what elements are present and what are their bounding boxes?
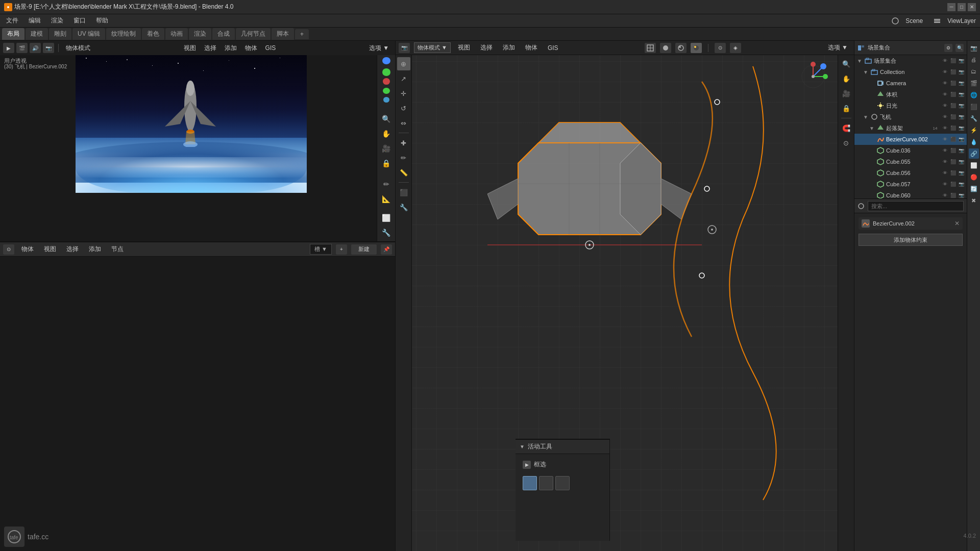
lock-btn[interactable]: 🔒 [379,157,394,170]
camera-vp-add[interactable]: 添加 [222,43,240,54]
tab-modeling[interactable]: 建模 [26,28,48,40]
main-vp-view[interactable]: 视图 [455,42,473,53]
lg-vis[interactable]: 👁 [941,124,948,132]
sun-render[interactable]: 📷 [958,102,965,109]
timeline-nodes[interactable]: 节点 [108,244,127,255]
camera-options[interactable]: 选项 ▼ [366,43,392,54]
render-props-btn[interactable]: 📷 [969,43,979,53]
outliner-item-cube055[interactable]: ▶ Cube.055 👁 ⬛ 📷 [854,156,967,167]
select-tool-btn[interactable]: ↗ [397,72,410,85]
menu-item-file[interactable]: 文件 [4,15,20,26]
camera-vp-view[interactable]: 视图 [181,43,199,54]
new-material-btn[interactable]: 新建 [351,244,377,255]
c036-vis[interactable]: 👁 [941,147,948,154]
menu-item-edit[interactable]: 编辑 [27,15,43,26]
tab-compositing[interactable]: 合成 [212,28,235,40]
extra-tool[interactable]: 🔧 [397,201,410,214]
camera-vp-mode[interactable]: 物体模式 [63,43,93,54]
tool-thumb-2[interactable] [539,476,553,490]
c056-render[interactable]: 📷 [958,169,965,177]
main-mode-btn[interactable]: 📷 [399,43,410,53]
timeline-object-mode[interactable]: 物体 [18,244,37,255]
maximize-button[interactable]: □ [958,3,966,11]
vol-vis[interactable]: 👁 [941,91,948,98]
c055-hide[interactable]: ⬛ [949,158,957,165]
close-button[interactable]: ✕ [968,3,976,11]
scene-col-vis[interactable]: 👁 [941,57,948,64]
extra-props-btn1[interactable]: 🔄 [969,184,979,194]
timeline-mode-btn[interactable]: ⊙ [3,244,14,255]
measure-tool[interactable]: 📏 [397,166,410,179]
c055-render[interactable]: 📷 [958,158,965,165]
tab-render[interactable]: 渲染 [189,28,211,40]
object-data-props-btn[interactable]: ⬜ [969,160,979,170]
c057-hide[interactable]: ⬛ [949,181,957,188]
rotate-tool[interactable]: ↺ [397,102,410,115]
physics-props-btn[interactable]: 💧 [969,137,979,147]
col-hide[interactable]: ⬛ [949,68,957,76]
annotate-tool[interactable]: ✏ [397,151,410,164]
camera-mode-btn[interactable]: ▶ [3,43,14,53]
main-viewport-options[interactable]: 选项 ▼ [825,42,851,53]
tab-scripting[interactable]: 脚本 [272,28,294,40]
timeline-view[interactable]: 视图 [41,244,59,255]
vol-render[interactable]: 📷 [958,91,965,98]
timeline-select[interactable]: 选择 [63,244,82,255]
pan-btn[interactable]: ✋ [379,127,394,140]
tab-texture-paint[interactable]: 纹理绘制 [106,28,141,40]
tool-thumb-1[interactable] [523,476,537,490]
plane-vis[interactable]: 👁 [941,113,948,120]
tab-sculpt[interactable]: 雕刻 [49,28,71,40]
close-prop-btn[interactable]: ✕ [954,220,960,227]
particles-props-btn[interactable]: ⚡ [969,125,979,135]
tab-layout[interactable]: 布局 [2,28,24,40]
camera-vp-select[interactable]: 选择 [201,43,219,54]
tab-uv[interactable]: UV 编辑 [72,28,105,40]
plane-hide[interactable]: ⬛ [949,113,957,120]
sun-hide[interactable]: ⬛ [949,102,957,109]
bez-render[interactable]: 📷 [958,136,965,143]
main-vp-select[interactable]: 选择 [477,42,496,53]
pin-btn[interactable]: 📌 [381,244,392,255]
extra-props-btn2[interactable]: ✖ [969,195,979,206]
c056-vis[interactable]: 👁 [941,169,948,177]
move-tool[interactable]: ✛ [397,87,410,100]
measure-btn[interactable]: 📐 [379,193,394,206]
outliner-item-volume[interactable]: ▶ 体积 👁 ⬛ 📷 [854,89,967,100]
cursor-btn[interactable]: ✏ [379,178,394,190]
zoom-btn[interactable]: 🔍 [379,112,394,125]
cam-hide[interactable]: ⬛ [949,80,957,87]
camera-view-btn[interactable]: 🎥 [379,142,394,155]
camera-render-btn[interactable]: 🎬 [16,43,28,53]
main-vp-add[interactable]: 添加 [500,42,518,53]
outliner-item-cube060[interactable]: ▶ Cube.060 👁 ⬛ 📷 [854,190,967,199]
wireframe-btn[interactable] [645,43,656,53]
lock-view-btn[interactable]: 🔒 [840,102,853,115]
pan-view-btn[interactable]: ✋ [840,72,853,85]
c057-vis[interactable]: 👁 [941,181,948,188]
tab-add[interactable]: + [295,29,309,39]
vol-hide[interactable]: ⬛ [949,91,957,98]
menu-item-render[interactable]: 渲染 [49,15,65,26]
camera-audio-btn[interactable]: 🔊 [30,43,41,53]
cam-vis[interactable]: 👁 [941,80,948,87]
c056-hide[interactable]: ⬛ [949,169,957,177]
snap-btn[interactable]: 🧲 [840,121,853,135]
outliner-item-scene-collection[interactable]: ▼ 场景集合 👁 ⬛ 📷 [854,55,967,66]
xray-toggle[interactable]: ◈ [730,43,741,53]
scene-props-btn[interactable]: 🎬 [969,78,979,88]
outliner-item-bezier002[interactable]: ▶ BezierCurve.002 👁 ⬛ 📷 [854,134,967,145]
camera-cam-btn[interactable]: 📷 [43,43,54,53]
sun-vis[interactable]: 👁 [941,102,948,109]
lg-hide[interactable]: ⬛ [949,124,957,132]
camera-vp-gis[interactable]: GIS [262,43,279,53]
solid-btn[interactable] [660,43,671,53]
c060-hide[interactable]: ⬛ [949,192,957,199]
timeline-add[interactable]: 添加 [86,244,104,255]
outliner-filter-btn[interactable]: ⚙ [944,44,952,52]
c057-render[interactable]: 📷 [958,181,965,188]
scene-col-hide[interactable]: ⬛ [949,57,957,64]
annotate-btn[interactable]: ⬜ [379,211,394,224]
tab-animation[interactable]: 动画 [165,28,188,40]
c055-vis[interactable]: 👁 [941,158,948,165]
